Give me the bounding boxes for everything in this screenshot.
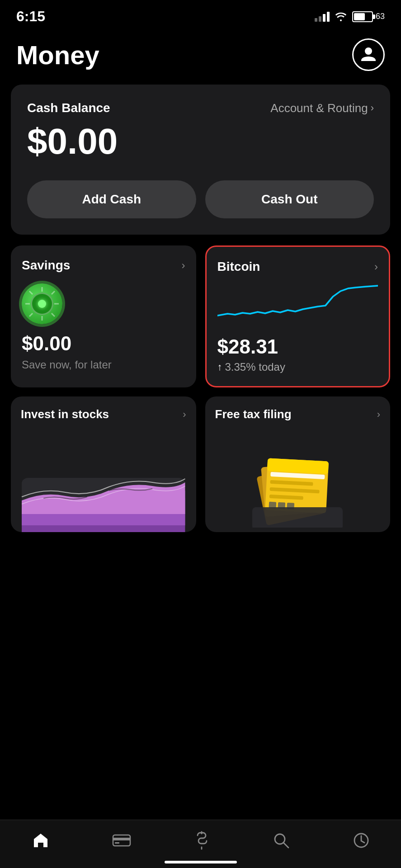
tax-title: Free tax filing <box>215 407 292 421</box>
account-routing-text: Account & Routing <box>270 101 368 115</box>
status-time: 6:15 <box>16 8 45 25</box>
nav-dollar[interactable] <box>193 831 210 850</box>
bitcoin-chevron: › <box>374 260 378 273</box>
status-bar: 6:15 63 <box>0 0 401 29</box>
svg-rect-28 <box>115 842 119 844</box>
svg-line-4 <box>29 291 33 294</box>
account-routing-link[interactable]: Account & Routing › <box>270 101 374 115</box>
search-icon <box>272 831 290 849</box>
savings-icon <box>22 283 185 324</box>
home-icon <box>31 831 50 850</box>
bitcoin-change: ↑ 3.35% today <box>217 361 378 373</box>
bitcoin-change-text: 3.35% today <box>225 361 285 373</box>
svg-line-5 <box>52 313 55 316</box>
profile-button[interactable] <box>352 38 385 71</box>
bitcoin-amount: $28.31 <box>217 335 378 358</box>
cash-balance-card: Cash Balance Account & Routing › $0.00 A… <box>11 85 390 235</box>
bitcoin-card[interactable]: Bitcoin › $28.31 ↑ 3.35% today <box>205 245 391 387</box>
tax-illustration <box>205 442 391 532</box>
nav-search[interactable] <box>272 831 290 849</box>
tax-chevron: › <box>377 409 380 420</box>
home-indicator <box>165 861 237 863</box>
header: Money <box>0 29 401 85</box>
status-icons: 63 <box>315 11 385 22</box>
cash-balance-label: Cash Balance <box>27 101 110 115</box>
stocks-illustration <box>11 442 196 532</box>
dollar-icon <box>193 831 210 850</box>
tax-filing-card[interactable]: Free tax filing › <box>205 396 391 532</box>
cash-out-button[interactable]: Cash Out <box>205 180 374 218</box>
wifi-icon <box>334 12 348 22</box>
add-cash-button[interactable]: Add Cash <box>27 180 196 218</box>
bottom-cards-grid: Invest in stocks › <box>11 396 390 532</box>
nav-home[interactable] <box>31 831 50 850</box>
svg-line-30 <box>283 843 288 848</box>
svg-rect-27 <box>113 838 130 840</box>
card-icon <box>112 833 131 848</box>
cash-balance-header: Cash Balance Account & Routing › <box>27 101 374 115</box>
cash-balance-amount: $0.00 <box>27 121 374 162</box>
cards-grid: Savings › $0.00 <box>11 245 390 387</box>
savings-card[interactable]: Savings › $0.00 <box>11 245 196 387</box>
battery-percent: 63 <box>376 12 385 21</box>
svg-rect-25 <box>252 507 343 528</box>
account-routing-chevron: › <box>371 102 374 114</box>
nav-card[interactable] <box>112 833 131 848</box>
invest-stocks-card[interactable]: Invest in stocks › <box>11 396 196 532</box>
svg-line-7 <box>29 313 33 316</box>
signal-icon <box>315 12 330 22</box>
bitcoin-chart <box>217 283 378 328</box>
page-title: Money <box>16 40 99 70</box>
savings-amount: $0.00 <box>22 332 185 355</box>
stocks-title: Invest in stocks <box>21 407 109 421</box>
cash-actions: Add Cash Cash Out <box>27 180 374 218</box>
activity-icon <box>352 831 370 849</box>
stocks-chevron: › <box>183 409 186 420</box>
bitcoin-card-header: Bitcoin › <box>217 259 378 274</box>
profile-icon <box>359 46 377 64</box>
svg-line-6 <box>52 291 55 294</box>
stocks-header: Invest in stocks › <box>11 396 196 421</box>
tax-header: Free tax filing › <box>205 396 391 421</box>
savings-circle-bg <box>22 283 62 324</box>
savings-chevron: › <box>182 259 185 272</box>
bitcoin-title: Bitcoin <box>217 259 260 274</box>
savings-subtitle: Save now, for later <box>22 359 185 371</box>
nav-activity[interactable] <box>352 831 370 849</box>
savings-title: Savings <box>22 258 70 273</box>
savings-card-header: Savings › <box>22 258 185 273</box>
up-arrow-icon: ↑ <box>217 361 222 373</box>
battery-icon: 63 <box>352 11 385 22</box>
